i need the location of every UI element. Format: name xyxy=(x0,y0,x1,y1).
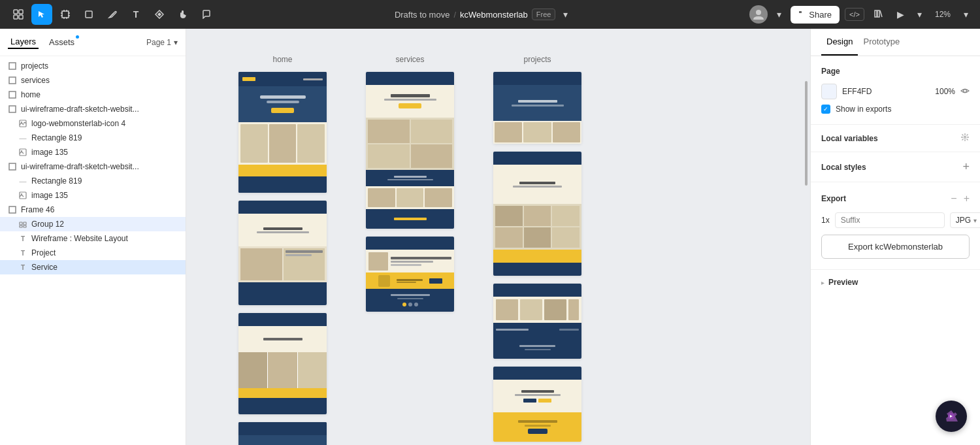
export-format-value: JPG xyxy=(956,216,971,225)
svg-rect-20 xyxy=(9,77,16,84)
export-scale[interactable]: 1x xyxy=(821,216,830,225)
image-icon-a xyxy=(18,148,27,157)
frame-icon-6 xyxy=(8,205,17,214)
svg-rect-21 xyxy=(9,91,16,98)
svg-point-28 xyxy=(21,122,22,123)
frame-card-projects-4[interactable] xyxy=(493,367,581,442)
export-format-chevron-icon: ▾ xyxy=(973,217,977,224)
show-exports-checkbox[interactable]: ✓ xyxy=(821,105,830,114)
fab-button[interactable] xyxy=(936,401,967,432)
frame-card-services-1[interactable] xyxy=(366,72,454,229)
svg-line-25 xyxy=(22,123,24,125)
image-icon-logo xyxy=(18,119,27,128)
layer-name-home: home xyxy=(21,90,41,99)
layer-item-projects[interactable]: projects xyxy=(0,59,186,73)
left-panel: Layers Assets Page 1 ▾ projects xyxy=(0,29,186,445)
layer-name-img135a: image 135 xyxy=(31,148,68,157)
canvas-inner: home xyxy=(186,29,810,445)
layer-item-project-text[interactable]: T Project xyxy=(0,246,186,260)
layer-item-logo[interactable]: logo-webmonsterlab-icon 4 xyxy=(0,116,186,131)
layer-item-img135b[interactable]: image 135 xyxy=(0,188,186,203)
layer-item-service-text[interactable]: T Service xyxy=(0,260,186,274)
frame-card-home-2[interactable] xyxy=(238,201,327,305)
hand-tool-btn[interactable] xyxy=(172,4,193,25)
text-icon-wireframe: T xyxy=(18,234,27,243)
svg-point-37 xyxy=(21,193,22,195)
page-label-projects: projects xyxy=(523,55,551,64)
tab-prototype[interactable]: Prototype xyxy=(858,29,905,56)
page-color-swatch[interactable] xyxy=(821,84,837,99)
zoom-chevron-icon[interactable]: ▾ xyxy=(960,7,972,22)
code-view-button[interactable]: </> xyxy=(845,8,864,21)
svg-rect-13 xyxy=(86,11,92,18)
layer-item-group12[interactable]: Group 12 xyxy=(0,217,186,231)
frame-card-services-2[interactable] xyxy=(366,237,454,312)
svg-rect-42 xyxy=(24,225,26,227)
svg-rect-22 xyxy=(9,106,16,112)
tab-assets[interactable]: Assets xyxy=(46,36,77,48)
layer-item-frame46[interactable]: Frame 46 xyxy=(0,203,186,217)
layer-item-ui-wireframe-1[interactable]: ui-wireframe-draft-sketch-websit... xyxy=(0,102,186,116)
left-panel-header: Layers Assets Page 1 ▾ xyxy=(0,29,186,56)
local-styles-plus-icon[interactable]: + xyxy=(962,160,970,174)
svg-rect-2 xyxy=(14,15,18,19)
page-column-projects: projects xyxy=(493,55,581,445)
zoom-level[interactable]: 12% xyxy=(931,7,955,22)
frame-card-projects-3[interactable] xyxy=(493,284,581,359)
export-suffix-input[interactable] xyxy=(835,212,945,228)
share-button[interactable]: Share xyxy=(791,6,840,24)
present-button[interactable]: ▶ xyxy=(893,7,908,22)
frame-card-projects-1[interactable] xyxy=(493,72,581,144)
page-selector[interactable]: Page 1 ▾ xyxy=(146,38,178,47)
text-tool-btn[interactable]: T xyxy=(125,4,146,25)
export-minus-icon[interactable]: − xyxy=(951,193,956,205)
preview-row[interactable]: ▸ Preview xyxy=(811,270,980,295)
page-color-row: EFF4FD 100% xyxy=(821,84,970,99)
frame-tool-btn[interactable] xyxy=(55,4,76,25)
tab-layers[interactable]: Layers xyxy=(8,35,39,49)
export-plus-icon[interactable]: + xyxy=(964,193,970,205)
rect-icon-a: — xyxy=(18,133,27,142)
layer-item-services[interactable]: services xyxy=(0,73,186,88)
avatar[interactable] xyxy=(749,5,768,24)
shape-tool-btn[interactable] xyxy=(78,4,99,25)
local-variables-settings-icon[interactable] xyxy=(960,133,970,144)
select-tool-btn[interactable] xyxy=(31,4,52,25)
page-section: Page EFF4FD 100% ✓ Show in exports xyxy=(811,56,980,125)
page-color-opacity[interactable]: 100% xyxy=(929,87,955,96)
canvas-area[interactable]: home xyxy=(186,29,810,445)
layer-item-ui-wireframe-2[interactable]: ui-wireframe-draft-sketch-websit... xyxy=(0,159,186,174)
tab-design[interactable]: Design xyxy=(821,29,858,56)
grid-tool-btn[interactable] xyxy=(8,4,29,25)
assets-dot-indicator xyxy=(76,35,79,39)
export-section: Export − + 1x JPG ▾ ··· Export kcWebmons… xyxy=(811,182,980,270)
main-layout: Layers Assets Page 1 ▾ projects xyxy=(0,29,980,445)
export-format-selector[interactable]: JPG ▾ xyxy=(950,212,980,228)
layer-item-home[interactable]: home xyxy=(0,88,186,102)
frame-card-home-1[interactable] xyxy=(238,72,327,193)
layer-item-wireframe-text[interactable]: T Wireframe : Website Layout xyxy=(0,231,186,246)
avatar-chevron-icon[interactable]: ▾ xyxy=(773,7,785,22)
export-button[interactable]: Export kcWebmonsterlab xyxy=(821,235,970,259)
page-color-value[interactable]: EFF4FD xyxy=(842,87,924,96)
local-variables-row[interactable]: Local variables xyxy=(811,125,980,152)
library-button[interactable] xyxy=(870,6,888,24)
frame-card-projects-2[interactable] xyxy=(493,152,581,276)
pen-tool-btn[interactable] xyxy=(102,4,123,25)
layer-item-rect819a[interactable]: — Rectangle 819 xyxy=(0,131,186,145)
component-tool-btn[interactable] xyxy=(149,4,170,25)
frame-card-home-3[interactable] xyxy=(238,313,327,414)
layer-item-img135a[interactable]: image 135 xyxy=(0,145,186,159)
frame-card-home-4[interactable] xyxy=(238,422,327,445)
layer-item-rect819b[interactable]: — Rectangle 819 xyxy=(0,174,186,188)
layer-name-group12: Group 12 xyxy=(31,220,64,229)
layer-name-project-text: Project xyxy=(31,248,56,257)
frame-icon-5 xyxy=(8,162,17,171)
chevron-down-icon[interactable]: ▾ xyxy=(559,7,572,22)
group-icon xyxy=(18,220,27,229)
eye-icon[interactable] xyxy=(960,86,970,97)
local-styles-row[interactable]: Local styles + xyxy=(811,152,980,182)
layer-name-services: services xyxy=(21,76,50,85)
comment-tool-btn[interactable] xyxy=(196,4,217,25)
present-chevron-icon[interactable]: ▾ xyxy=(913,7,926,22)
